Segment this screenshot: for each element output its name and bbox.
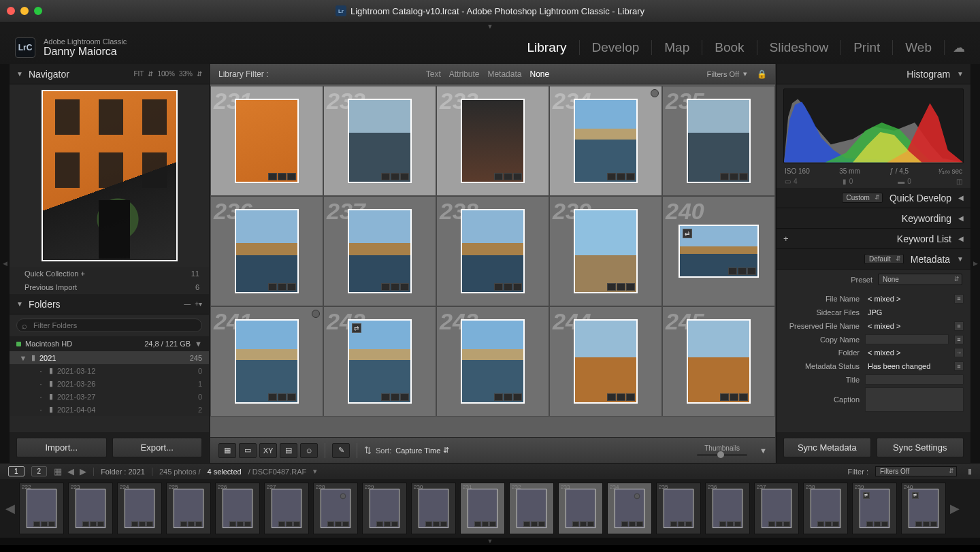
grid-cell[interactable]: 233 bbox=[436, 86, 549, 196]
view-survey-button[interactable]: ▤ bbox=[280, 443, 297, 458]
view-grid-button[interactable]: ▦ bbox=[218, 443, 236, 458]
volume-disclosure-icon[interactable]: ▼ bbox=[195, 340, 202, 348]
traffic-zoom[interactable] bbox=[34, 7, 42, 15]
folder-row[interactable]: ·▮2021-03-270 bbox=[10, 390, 209, 403]
metadata-action-icon[interactable]: ≡ bbox=[954, 335, 964, 344]
grid-cell[interactable]: 242 ⇄ bbox=[323, 306, 436, 417]
flag-icon[interactable] bbox=[312, 310, 320, 318]
filmstrip-cell[interactable]: 235 bbox=[656, 483, 701, 534]
grid-cell[interactable]: 244 bbox=[549, 306, 662, 417]
top-panel-collapse[interactable]: ▼ bbox=[0, 22, 980, 31]
breadcrumb-menu-icon[interactable]: ▾ bbox=[313, 467, 317, 476]
bottom-panel-collapse[interactable]: ▼ bbox=[0, 538, 980, 545]
export-button[interactable]: Export... bbox=[112, 438, 203, 457]
import-button[interactable]: Import... bbox=[16, 438, 107, 457]
filter-tab-none[interactable]: None bbox=[525, 69, 553, 79]
folders-plus-icon[interactable]: +▾ bbox=[195, 300, 202, 308]
breadcrumb[interactable]: Folder : 2021 bbox=[101, 468, 145, 476]
sync-metadata-button[interactable]: Sync Metadata bbox=[783, 438, 871, 457]
keyword-list-header[interactable]: + Keyword List◀ bbox=[777, 229, 970, 249]
histogram-header[interactable]: Histogram▼ bbox=[777, 64, 970, 84]
grid-cell[interactable]: 241 bbox=[210, 306, 323, 417]
display-2-button[interactable]: 2 bbox=[31, 466, 48, 476]
catalog-row[interactable]: Quick Collection +11 bbox=[10, 267, 209, 280]
filmstrip-cell[interactable]: 231 bbox=[460, 483, 505, 534]
metadata-header[interactable]: Default Metadata▼ bbox=[777, 249, 970, 270]
grid-cell[interactable]: 238 bbox=[436, 196, 549, 306]
metadata-value[interactable] bbox=[865, 387, 964, 412]
filter-tab-text[interactable]: Text bbox=[422, 69, 445, 79]
metadata-action-icon[interactable]: ≡ bbox=[954, 361, 964, 371]
filmstrip-cell[interactable]: 222 bbox=[19, 483, 64, 534]
sync-settings-button[interactable]: Sync Settings bbox=[877, 438, 964, 457]
metadata-mode[interactable]: Default bbox=[864, 254, 904, 264]
folder-row[interactable]: ·▮2021-04-042 bbox=[10, 403, 209, 416]
view-people-button[interactable]: ☺ bbox=[300, 443, 318, 458]
keywording-header[interactable]: Keywording◀ bbox=[777, 208, 970, 229]
module-slideshow[interactable]: Slideshow bbox=[757, 40, 842, 55]
filmstrip-cell[interactable]: 223 bbox=[68, 483, 113, 534]
nav-zoom-pct[interactable]: 33% bbox=[179, 70, 193, 78]
filmstrip-cell[interactable]: 232 bbox=[509, 483, 554, 534]
module-develop[interactable]: Develop bbox=[580, 40, 653, 55]
folder-row[interactable]: ·▮2021-03-261 bbox=[10, 377, 209, 390]
grid-cell[interactable]: 240 ⇄ bbox=[662, 196, 775, 306]
keyword-add-icon[interactable]: + bbox=[783, 233, 789, 244]
nav-zoom-fit[interactable]: FIT bbox=[133, 70, 144, 78]
module-map[interactable]: Map bbox=[652, 40, 702, 55]
grid-cell[interactable]: 231 bbox=[210, 86, 323, 196]
traffic-minimize[interactable] bbox=[20, 7, 29, 15]
navigator-header[interactable]: ▼Navigator FIT⇵ 100% 33%⇵ bbox=[10, 64, 209, 84]
filter-preset-select[interactable]: Filters Off bbox=[875, 466, 957, 476]
grid-view-icon[interactable]: ▦ bbox=[54, 466, 62, 476]
filmstrip-cell[interactable]: 227 bbox=[264, 483, 309, 534]
catalog-row[interactable]: Previous Import6 bbox=[10, 280, 209, 294]
filmstrip-cell[interactable]: 238 bbox=[803, 483, 848, 534]
module-book[interactable]: Book bbox=[702, 40, 757, 55]
painter-tool-button[interactable]: ✎ bbox=[332, 443, 350, 458]
filmstrip-cell[interactable]: 236 bbox=[705, 483, 750, 534]
toolbar-overflow-icon[interactable]: ▼ bbox=[760, 447, 767, 455]
filmstrip-scroll-left[interactable]: ◀ bbox=[5, 501, 15, 516]
left-panel-collapse[interactable]: ◀ bbox=[0, 64, 10, 463]
filter-switch-icon[interactable]: ▮ bbox=[968, 467, 972, 476]
view-loupe-button[interactable]: ▭ bbox=[239, 443, 257, 458]
filmstrip-cell[interactable]: 226 bbox=[215, 483, 260, 534]
module-library[interactable]: Library bbox=[515, 40, 580, 55]
sort-menu[interactable]: Capture Time⇵ bbox=[395, 446, 449, 455]
metadata-value[interactable] bbox=[865, 374, 964, 385]
grid-cell[interactable]: 236 bbox=[210, 196, 323, 306]
grid-cell[interactable]: 235 bbox=[662, 86, 775, 196]
volume-row[interactable]: Macintosh HD 24,8 / 121 GB▼ bbox=[10, 336, 209, 351]
filters-off-chevron-icon[interactable]: ▾ bbox=[743, 69, 747, 78]
nav-zoom-100[interactable]: 100% bbox=[157, 70, 175, 78]
module-print[interactable]: Print bbox=[841, 40, 893, 55]
right-panel-collapse[interactable]: ▶ bbox=[970, 64, 980, 463]
filmstrip-cell[interactable]: 240 ⇄ bbox=[901, 483, 946, 534]
sort-direction-icon[interactable]: ⇅ bbox=[364, 445, 372, 455]
filmstrip-cell[interactable]: 234 bbox=[607, 483, 652, 534]
folder-filter-input[interactable] bbox=[16, 319, 202, 332]
folder-row[interactable]: ▼▮2021245 bbox=[10, 351, 209, 364]
grid-cell[interactable]: 239 bbox=[549, 196, 662, 306]
traffic-close[interactable] bbox=[7, 7, 15, 15]
filmstrip-cell[interactable]: 229 bbox=[362, 483, 407, 534]
go-forward-icon[interactable]: ▶ bbox=[80, 466, 86, 476]
grid-cell[interactable]: 232 bbox=[323, 86, 436, 196]
metadata-action-icon[interactable]: → bbox=[954, 348, 964, 357]
thumbnail-grid[interactable]: 231 232 233 234 235 236 237 238 239 240 … bbox=[210, 84, 775, 437]
filter-lock-icon[interactable]: 🔒 bbox=[757, 69, 767, 79]
filmstrip-cell[interactable]: 230 bbox=[411, 483, 456, 534]
module-web[interactable]: Web bbox=[893, 40, 945, 55]
filmstrip-cell[interactable]: 228 bbox=[313, 483, 358, 534]
filmstrip-cell[interactable]: 225 bbox=[166, 483, 211, 534]
cloud-sync-icon[interactable]: ☁ bbox=[953, 40, 965, 55]
quick-develop-preset[interactable]: Custom bbox=[842, 193, 883, 203]
filter-tab-attribute[interactable]: Attribute bbox=[445, 69, 484, 79]
folder-row[interactable]: ·▮2021-03-120 bbox=[10, 364, 209, 377]
filmstrip-cell[interactable]: 239 ⇄ bbox=[852, 483, 897, 534]
histogram-display[interactable] bbox=[783, 88, 964, 163]
navigator-preview[interactable] bbox=[42, 90, 178, 261]
filmstrip-cell[interactable]: 233 bbox=[558, 483, 603, 534]
metadata-action-icon[interactable]: ≡ bbox=[954, 321, 964, 331]
